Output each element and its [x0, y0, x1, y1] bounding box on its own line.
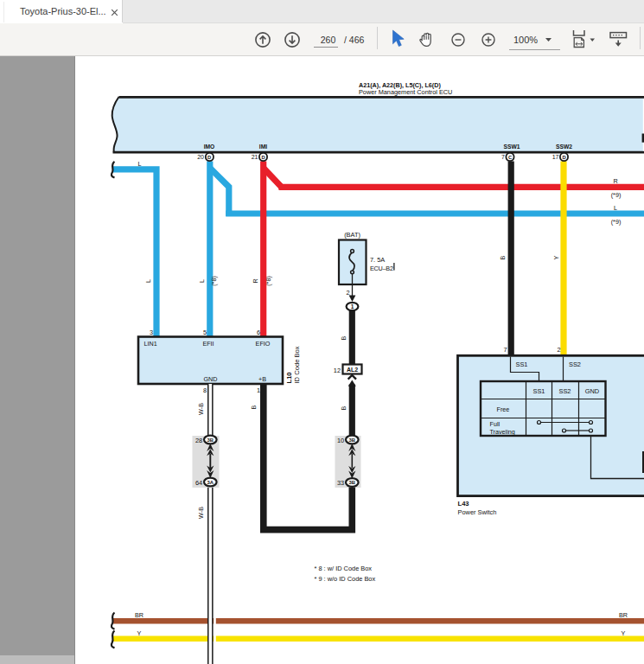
svg-text:SS1: SS1 [516, 361, 528, 368]
svg-text:L: L [138, 160, 142, 168]
svg-text:L10: L10 [285, 372, 293, 383]
svg-text:L: L [144, 279, 152, 283]
svg-text:* 8 : w/ ID Code Box: * 8 : w/ ID Code Box [315, 565, 373, 572]
svg-text:Free: Free [497, 405, 510, 413]
svg-text:SS2: SS2 [569, 361, 581, 368]
svg-text:64: 64 [195, 479, 202, 487]
svg-text:6: 6 [257, 329, 260, 336]
svg-text:(BAT): (BAT) [344, 231, 360, 239]
svg-text:+B: +B [258, 375, 266, 383]
svg-text:12: 12 [334, 367, 341, 374]
svg-text:BR: BR [135, 611, 143, 619]
svg-text:SS1: SS1 [533, 387, 545, 395]
svg-text:Traveling: Traveling [490, 428, 515, 436]
svg-text:ID Code Box: ID Code Box [293, 346, 301, 383]
svg-text:D: D [261, 155, 265, 160]
svg-text:SS2: SS2 [559, 387, 571, 395]
svg-text:10: 10 [337, 437, 344, 444]
svg-text:D: D [207, 155, 211, 160]
svg-text:5: 5 [203, 329, 207, 336]
svg-text:33: 33 [337, 479, 344, 487]
svg-text:2: 2 [346, 289, 349, 297]
svg-text:17: 17 [552, 154, 559, 160]
svg-text:7: 7 [501, 154, 505, 160]
svg-text:(*8): (*8) [265, 276, 272, 286]
svg-text:7: 7 [503, 346, 507, 354]
svg-text:L: L [198, 279, 206, 283]
svg-text:Power Management Control ECU: Power Management Control ECU [359, 88, 452, 96]
svg-text:8: 8 [203, 386, 207, 394]
svg-text:R: R [613, 177, 617, 185]
svg-text:GND: GND [204, 375, 218, 383]
svg-text:B: B [340, 335, 348, 340]
svg-text:EFIO: EFIO [256, 340, 271, 348]
svg-text:1: 1 [257, 386, 260, 394]
svg-text:W-B: W-B [197, 507, 205, 519]
svg-text:IMI: IMI [259, 144, 267, 150]
svg-text:B: B [499, 255, 507, 259]
svg-text:SSW2: SSW2 [556, 144, 572, 150]
svg-text:SSW1: SSW1 [504, 144, 520, 150]
svg-text:IMO: IMO [204, 144, 215, 150]
svg-text:3B: 3B [349, 437, 356, 443]
svg-text:B: B [250, 405, 258, 409]
svg-text:AL2: AL2 [347, 367, 358, 373]
svg-text:R: R [252, 278, 259, 283]
svg-text:Y: Y [137, 629, 142, 637]
svg-text:(*9): (*9) [611, 218, 622, 226]
svg-text:Y: Y [552, 255, 560, 259]
svg-text:D: D [562, 155, 565, 160]
svg-text:1: 1 [351, 303, 354, 310]
svg-text:BR: BR [619, 611, 628, 619]
svg-text:3: 3 [150, 329, 153, 336]
svg-text:LIN1: LIN1 [144, 340, 157, 348]
svg-text:3B: 3B [207, 437, 214, 443]
svg-text:Power Switch: Power Switch [458, 508, 497, 516]
svg-text:EFII: EFII [202, 340, 214, 348]
svg-text:21: 21 [252, 154, 258, 160]
svg-text:(*9): (*9) [611, 191, 622, 199]
svg-text:* 9 : w/o ID Code Box: * 9 : w/o ID Code Box [315, 575, 376, 583]
svg-text:ECU–B2: ECU–B2 [370, 265, 393, 272]
svg-text:(*8): (*8) [210, 276, 218, 286]
svg-text:Y: Y [622, 629, 626, 637]
svg-text:28: 28 [195, 437, 202, 444]
svg-text:L43: L43 [458, 500, 469, 508]
svg-text:L: L [614, 204, 617, 212]
svg-text:3B: 3B [349, 480, 356, 485]
svg-text:20: 20 [197, 154, 204, 160]
svg-text:W-B: W-B [197, 403, 205, 415]
svg-text:GND: GND [585, 387, 599, 395]
svg-text:3A: 3A [207, 480, 214, 485]
svg-text:2: 2 [557, 346, 560, 354]
svg-text:7. 5A: 7. 5A [370, 256, 385, 264]
svg-text:B: B [340, 405, 348, 410]
